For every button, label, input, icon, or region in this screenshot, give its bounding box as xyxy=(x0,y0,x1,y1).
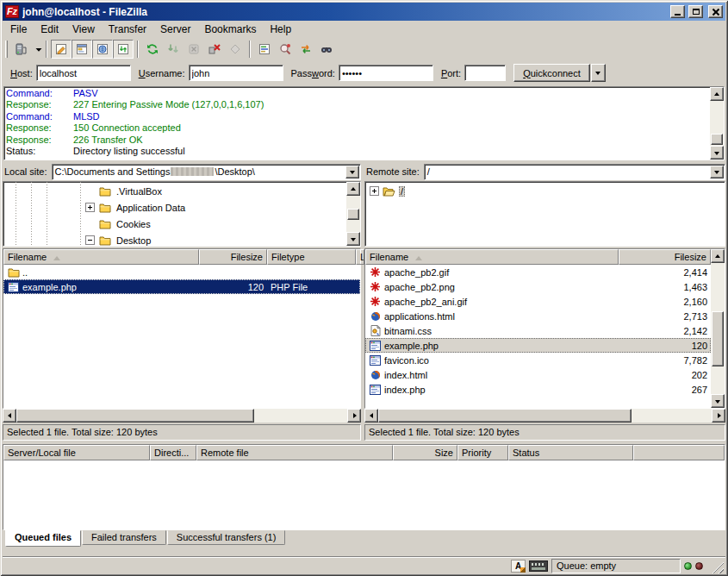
scroll-thumb[interactable] xyxy=(16,409,254,423)
refresh-button[interactable] xyxy=(142,40,163,59)
remote-tree-item[interactable]: / xyxy=(365,183,725,199)
tab-successful-transfers-1[interactable]: Successful transfers (1) xyxy=(167,530,286,545)
scroll-track[interactable] xyxy=(346,196,360,232)
local-hscrollbar[interactable] xyxy=(3,409,361,423)
toggle-remote-tree-button[interactable] xyxy=(92,40,113,59)
column-header-filesize[interactable]: Filesize xyxy=(619,249,711,265)
menu-item-bookmarks[interactable]: Bookmarks xyxy=(197,22,263,36)
file-row[interactable]: favicon.ico7,782 xyxy=(365,353,711,367)
file-row[interactable]: index.php267 xyxy=(365,382,711,397)
find-files-button[interactable] xyxy=(316,40,337,59)
column-header-lastmodified[interactable]: L xyxy=(356,249,364,265)
toggle-local-tree-button[interactable] xyxy=(72,40,92,59)
scroll-up-button[interactable] xyxy=(710,87,724,101)
column-header-direction[interactable]: Directi... xyxy=(150,445,196,460)
scroll-left-button[interactable] xyxy=(364,409,378,423)
file-row[interactable]: example.php120PHP File1 xyxy=(3,279,360,294)
log-scrollbar[interactable] xyxy=(710,87,724,160)
disconnect-button[interactable] xyxy=(204,40,225,59)
scroll-thumb[interactable] xyxy=(347,209,359,220)
column-header-filename[interactable]: Filename xyxy=(365,249,619,265)
reconnect-button[interactable] xyxy=(225,40,246,59)
scroll-track[interactable] xyxy=(16,409,347,423)
scroll-up-button[interactable] xyxy=(346,182,360,196)
toggle-queue-button[interactable] xyxy=(113,40,134,59)
username-input[interactable] xyxy=(189,65,283,81)
close-button[interactable] xyxy=(708,5,723,18)
scroll-left-button[interactable] xyxy=(3,409,16,423)
menu-item-transfer[interactable]: Transfer xyxy=(102,22,153,36)
column-header-filetype[interactable]: Filetype xyxy=(267,249,356,265)
scroll-right-button[interactable] xyxy=(712,409,725,423)
local-tree-item[interactable]: .VirtualBox xyxy=(3,183,346,199)
file-row[interactable]: .. xyxy=(3,265,360,279)
cancel-operation-button[interactable] xyxy=(184,40,204,59)
column-header-server-local-file[interactable]: Server/Local file xyxy=(3,445,150,460)
resize-grip[interactable] xyxy=(712,561,724,573)
expander-plus-icon[interactable] xyxy=(370,186,379,196)
message-log[interactable]: Command:PASVResponse:227 Entering Passiv… xyxy=(3,86,725,160)
remote-hscrollbar[interactable] xyxy=(364,409,725,423)
scroll-down-button[interactable] xyxy=(710,146,724,160)
local-site-combobox[interactable]: C:\Documents and Settings\Desktop\ xyxy=(52,164,361,180)
password-input[interactable] xyxy=(339,65,433,81)
maximize-button[interactable] xyxy=(688,5,703,18)
scroll-thumb[interactable] xyxy=(378,409,632,423)
scroll-track[interactable] xyxy=(711,263,725,394)
scroll-thumb[interactable] xyxy=(711,134,723,145)
toggle-message-log-button[interactable] xyxy=(51,40,72,59)
speed-limit-icon[interactable] xyxy=(529,560,548,572)
column-header-priority[interactable]: Priority xyxy=(457,445,508,460)
directory-comparison-button[interactable] xyxy=(275,40,296,59)
file-row[interactable]: applications.html2,713 xyxy=(365,309,711,323)
port-input[interactable] xyxy=(464,65,506,81)
file-row[interactable]: example.php120 xyxy=(365,338,711,353)
file-row[interactable]: apache_pb2.gif2,414 xyxy=(365,265,711,279)
remote-site-combobox[interactable]: / xyxy=(424,164,725,180)
column-header-size[interactable]: Size xyxy=(393,445,457,460)
local-tree-scrollbar[interactable] xyxy=(346,182,360,246)
menu-item-help[interactable]: Help xyxy=(263,22,298,36)
title-bar[interactable]: Fz john@localhost - FileZilla xyxy=(3,3,725,21)
toolbar-grip[interactable] xyxy=(5,41,8,58)
column-header-filename[interactable]: Filename xyxy=(3,249,199,265)
synchronized-browsing-button[interactable] xyxy=(296,40,316,59)
file-row[interactable]: apache_pb2.png1,463 xyxy=(365,279,711,294)
site-manager-dropdown-button[interactable] xyxy=(31,40,42,59)
tab-queued-files[interactable]: Queued files xyxy=(5,530,81,547)
scroll-right-button[interactable] xyxy=(347,409,361,423)
menu-item-file[interactable]: File xyxy=(3,22,34,36)
scroll-down-button[interactable] xyxy=(711,394,725,408)
menu-item-view[interactable]: View xyxy=(65,22,102,36)
column-header-filesize[interactable]: Filesize xyxy=(199,249,267,265)
quickconnect-button[interactable]: Quickconnect xyxy=(513,64,590,82)
file-row[interactable]: index.html202 xyxy=(365,367,711,382)
scroll-track[interactable] xyxy=(378,409,712,423)
scroll-track[interactable] xyxy=(710,101,724,146)
combo-dropdown-button[interactable] xyxy=(710,166,724,178)
column-header-status[interactable]: Status xyxy=(508,445,633,460)
quickconnect-dropdown-button[interactable] xyxy=(591,64,606,82)
menu-item-edit[interactable]: Edit xyxy=(34,22,65,36)
expander-plus-icon[interactable] xyxy=(85,203,95,212)
transfer-type-indicator-icon[interactable]: A xyxy=(511,560,526,573)
tab-failed-transfers[interactable]: Failed transfers xyxy=(82,530,166,545)
site-manager-button[interactable] xyxy=(10,40,31,59)
combo-dropdown-button[interactable] xyxy=(345,166,359,178)
host-input[interactable] xyxy=(36,65,131,81)
local-tree-item[interactable]: Application Data xyxy=(3,199,346,216)
local-tree-item[interactable]: Cookies xyxy=(3,216,346,232)
menu-item-server[interactable]: Server xyxy=(153,22,197,36)
scroll-up-button[interactable] xyxy=(711,249,725,263)
app-icon[interactable]: Fz xyxy=(5,5,19,18)
remote-list-scrollbar[interactable] xyxy=(711,249,725,408)
file-row[interactable]: bitnami.css2,142 xyxy=(365,323,711,338)
column-header-remote-file[interactable]: Remote file xyxy=(196,445,393,460)
expander-minus-icon[interactable] xyxy=(85,235,95,245)
filter-button[interactable] xyxy=(254,40,275,59)
scroll-down-button[interactable] xyxy=(346,232,360,246)
local-tree-item[interactable]: Desktop xyxy=(3,232,346,246)
process-queue-button[interactable] xyxy=(163,40,184,59)
scroll-thumb[interactable] xyxy=(712,311,724,366)
file-row[interactable]: apache_pb2_ani.gif2,160 xyxy=(365,294,711,309)
